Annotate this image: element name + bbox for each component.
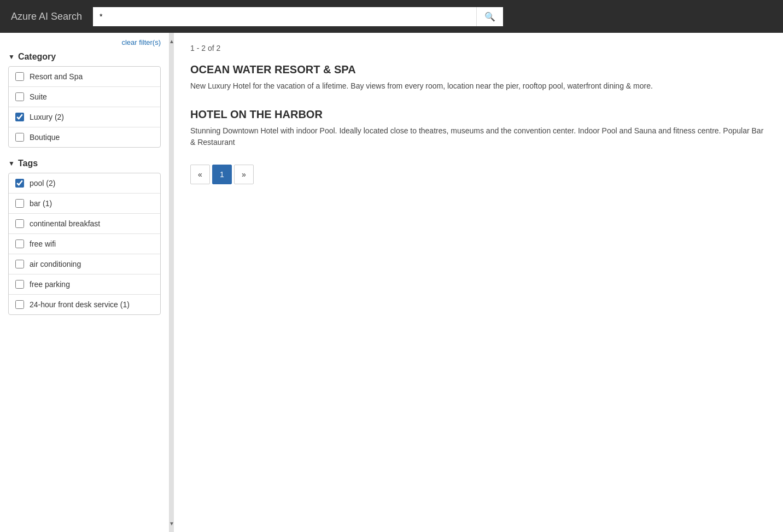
tags-facet-header[interactable]: ▼ Tags [8,159,161,168]
clear-filters-link[interactable]: clear filter(s) [8,38,161,46]
category-suite-checkbox[interactable] [15,92,24,101]
header: Azure AI Search 🔍 [0,0,783,33]
tag-parking-label: free parking [30,280,70,289]
app-title: Azure AI Search [11,11,82,22]
result-description: Stunning Downtown Hotel with indoor Pool… [190,125,767,148]
sidebar: clear filter(s) ▼ Category Resort and Sp… [0,33,170,532]
list-item[interactable]: 24-hour front desk service (1) [9,295,160,314]
category-resort-label: Resort and Spa [30,72,83,81]
list-item[interactable]: free parking [9,274,160,295]
results-panel: 1 - 2 of 2 OCEAN WATER RESORT & SPA New … [174,33,783,532]
tag-bar-checkbox[interactable] [15,199,24,208]
list-item[interactable]: Resort and Spa [9,67,160,87]
pagination-prev-button[interactable]: « [190,165,210,184]
result-title[interactable]: OCEAN WATER RESORT & SPA [190,63,767,76]
search-container: 🔍 [93,7,503,26]
category-facet-section: ▼ Category Resort and Spa Suite Luxury (… [8,52,161,148]
results-count: 1 - 2 of 2 [190,44,767,52]
result-title[interactable]: HOTEL ON THE HARBOR [190,108,767,121]
tag-bar-label: bar (1) [30,199,52,208]
sidebar-divider: ▲ ▼ [170,33,174,532]
category-luxury-checkbox[interactable] [15,113,24,121]
search-input[interactable] [93,7,476,26]
search-button[interactable]: 🔍 [476,7,503,26]
category-suite-label: Suite [30,92,47,101]
category-resort-checkbox[interactable] [15,72,24,81]
tag-ac-checkbox[interactable] [15,260,24,268]
tag-pool-checkbox[interactable] [15,179,24,188]
tags-facet-label: Tags [18,159,38,168]
tag-continental-label: continental breakfast [30,219,100,228]
category-boutique-label: Boutique [30,133,60,142]
list-item[interactable]: Boutique [9,127,160,147]
tag-wifi-checkbox[interactable] [15,239,24,248]
scroll-up-icon[interactable]: ▲ [169,38,174,44]
list-item[interactable]: Suite [9,87,160,107]
result-item: HOTEL ON THE HARBOR Stunning Downtown Ho… [190,108,767,148]
tag-wifi-label: free wifi [30,239,56,248]
tags-arrow-icon: ▼ [8,160,15,167]
list-item[interactable]: bar (1) [9,194,160,214]
pagination-next-button[interactable]: » [234,165,254,184]
tag-continental-checkbox[interactable] [15,219,24,228]
main-layout: clear filter(s) ▼ Category Resort and Sp… [0,33,783,532]
category-arrow-icon: ▼ [8,53,15,61]
category-boutique-checkbox[interactable] [15,133,24,142]
tags-facet-section: ▼ Tags pool (2) bar (1) continental brea… [8,159,161,315]
category-luxury-label: Luxury (2) [30,113,64,121]
pagination-page-1-button[interactable]: 1 [212,165,232,184]
tags-facet-list: pool (2) bar (1) continental breakfast f… [8,173,161,315]
search-icon: 🔍 [484,12,495,21]
category-facet-label: Category [18,52,56,62]
tag-ac-label: air conditioning [30,260,81,268]
tag-frontdesk-label: 24-hour front desk service (1) [30,300,130,309]
scroll-down-icon[interactable]: ▼ [169,521,174,527]
tag-parking-checkbox[interactable] [15,280,24,289]
category-facet-header[interactable]: ▼ Category [8,52,161,62]
list-item[interactable]: pool (2) [9,173,160,194]
list-item[interactable]: air conditioning [9,254,160,274]
list-item[interactable]: free wifi [9,234,160,254]
list-item[interactable]: continental breakfast [9,214,160,234]
result-description: New Luxury Hotel for the vacation of a l… [190,80,767,92]
pagination: « 1 » [190,165,767,184]
tag-pool-label: pool (2) [30,179,55,188]
category-facet-list: Resort and Spa Suite Luxury (2) Boutique [8,66,161,148]
tag-frontdesk-checkbox[interactable] [15,300,24,309]
result-item: OCEAN WATER RESORT & SPA New Luxury Hote… [190,63,767,92]
list-item[interactable]: Luxury (2) [9,107,160,127]
